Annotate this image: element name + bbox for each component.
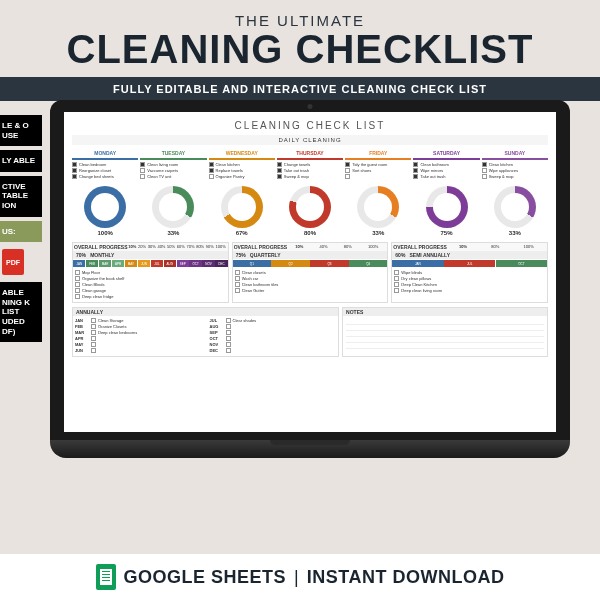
task-item[interactable]: Clean closets <box>235 270 386 275</box>
checkbox-icon[interactable] <box>75 288 80 293</box>
checkbox-icon[interactable] <box>226 342 231 347</box>
task-item[interactable]: Wipe appliances <box>482 168 548 173</box>
month-box[interactable]: SEP <box>177 260 189 267</box>
task-item[interactable] <box>345 174 411 179</box>
checkbox-icon[interactable] <box>394 282 399 287</box>
task-item[interactable]: Clean Gutter <box>235 288 386 293</box>
month-box[interactable]: Q2 <box>271 260 309 267</box>
checkbox-icon[interactable] <box>140 168 145 173</box>
annual-item[interactable]: NOV <box>210 342 337 347</box>
month-box[interactable]: MAY <box>125 260 137 267</box>
task-item[interactable]: Organize the book shelf <box>75 276 226 281</box>
annual-item[interactable]: JUN <box>75 348 202 353</box>
month-box[interactable]: JAN <box>73 260 85 267</box>
checkbox-icon[interactable] <box>235 270 240 275</box>
checkbox-icon[interactable] <box>72 174 77 179</box>
checkbox-icon[interactable] <box>226 348 231 353</box>
checkbox-icon[interactable] <box>413 174 418 179</box>
task-item[interactable]: Wipe mirrors <box>413 168 479 173</box>
checkbox-icon[interactable] <box>394 270 399 275</box>
month-box[interactable]: JUL <box>444 260 495 267</box>
task-item[interactable]: Vaccume carpets <box>140 168 206 173</box>
month-box[interactable]: APR <box>112 260 124 267</box>
checkbox-icon[interactable] <box>91 342 96 347</box>
checkbox-icon[interactable] <box>235 288 240 293</box>
month-box[interactable]: FEB <box>86 260 98 267</box>
checkbox-icon[interactable] <box>209 162 214 167</box>
month-box[interactable]: DEC <box>215 260 227 267</box>
task-item[interactable]: Take out trash <box>413 174 479 179</box>
task-item[interactable]: Clean kitchen <box>209 162 275 167</box>
annual-item[interactable]: FEBOranize Closets <box>75 324 202 329</box>
checkbox-icon[interactable] <box>75 294 80 299</box>
task-item[interactable]: Deep Clean Kitchen <box>394 282 545 287</box>
annual-item[interactable]: APR <box>75 336 202 341</box>
task-item[interactable]: Organize Pantry <box>209 174 275 179</box>
checkbox-icon[interactable] <box>209 174 214 179</box>
checkbox-icon[interactable] <box>75 276 80 281</box>
checkbox-icon[interactable] <box>413 162 418 167</box>
annual-item[interactable]: MARDeep clean bedrooms <box>75 330 202 335</box>
task-item[interactable]: Change bed sheets <box>72 174 138 179</box>
month-box[interactable]: Q4 <box>349 260 387 267</box>
annual-item[interactable]: JANClean Storage <box>75 318 202 323</box>
task-item[interactable]: Clean bathroom <box>413 162 479 167</box>
task-item[interactable]: Clean bedroom <box>72 162 138 167</box>
checkbox-icon[interactable] <box>91 336 96 341</box>
task-item[interactable]: Clean bathroom tiles <box>235 282 386 287</box>
task-item[interactable]: Take out trash <box>277 168 343 173</box>
checkbox-icon[interactable] <box>345 168 350 173</box>
checkbox-icon[interactable] <box>140 162 145 167</box>
annual-item[interactable]: OCT <box>210 336 337 341</box>
checkbox-icon[interactable] <box>235 282 240 287</box>
task-item[interactable]: Reorganize closet <box>72 168 138 173</box>
checkbox-icon[interactable] <box>277 174 282 179</box>
checkbox-icon[interactable] <box>482 168 487 173</box>
month-box[interactable]: OCT <box>189 260 201 267</box>
checkbox-icon[interactable] <box>226 330 231 335</box>
checkbox-icon[interactable] <box>72 162 77 167</box>
task-item[interactable]: Dry clean pillows <box>394 276 545 281</box>
checkbox-icon[interactable] <box>91 348 96 353</box>
month-box[interactable]: Q1 <box>233 260 271 267</box>
month-box[interactable]: AUG <box>164 260 176 267</box>
checkbox-icon[interactable] <box>235 276 240 281</box>
task-item[interactable]: Sweep & mop <box>482 174 548 179</box>
notes-lines[interactable] <box>343 316 547 352</box>
task-item[interactable]: Sweep & mop <box>277 174 343 179</box>
checkbox-icon[interactable] <box>413 168 418 173</box>
checkbox-icon[interactable] <box>394 288 399 293</box>
checkbox-icon[interactable] <box>91 318 96 323</box>
annual-item[interactable]: MAY <box>75 342 202 347</box>
task-item[interactable]: Wipe blinds <box>394 270 545 275</box>
checkbox-icon[interactable] <box>226 324 231 329</box>
task-item[interactable]: Clean living room <box>140 162 206 167</box>
task-item[interactable]: Replace towels <box>209 168 275 173</box>
task-item[interactable]: Clean garage <box>75 288 226 293</box>
month-box[interactable]: JAN <box>392 260 443 267</box>
checkbox-icon[interactable] <box>345 162 350 167</box>
task-item[interactable]: Mop Floor <box>75 270 226 275</box>
annual-item[interactable]: JULClear shades <box>210 318 337 323</box>
checkbox-icon[interactable] <box>209 168 214 173</box>
month-box[interactable]: JUN <box>138 260 150 267</box>
checkbox-icon[interactable] <box>91 324 96 329</box>
checkbox-icon[interactable] <box>75 282 80 287</box>
spreadsheet-screen[interactable]: CLEANING CHECK LIST DAILY CLEANING MONDA… <box>64 112 556 432</box>
task-item[interactable]: Clean TV unit <box>140 174 206 179</box>
month-box[interactable]: JUL <box>151 260 163 267</box>
checkbox-icon[interactable] <box>277 168 282 173</box>
task-item[interactable]: Deep clean fridge <box>75 294 226 299</box>
checkbox-icon[interactable] <box>345 174 350 179</box>
checkbox-icon[interactable] <box>140 174 145 179</box>
task-item[interactable]: Deep clean living room <box>394 288 545 293</box>
checkbox-icon[interactable] <box>91 330 96 335</box>
annual-item[interactable]: AUG <box>210 324 337 329</box>
month-box[interactable]: Q3 <box>310 260 348 267</box>
checkbox-icon[interactable] <box>277 162 282 167</box>
checkbox-icon[interactable] <box>394 276 399 281</box>
month-box[interactable]: MAR <box>99 260 111 267</box>
task-item[interactable]: Clean kitchen <box>482 162 548 167</box>
checkbox-icon[interactable] <box>75 270 80 275</box>
annual-item[interactable]: SEP <box>210 330 337 335</box>
